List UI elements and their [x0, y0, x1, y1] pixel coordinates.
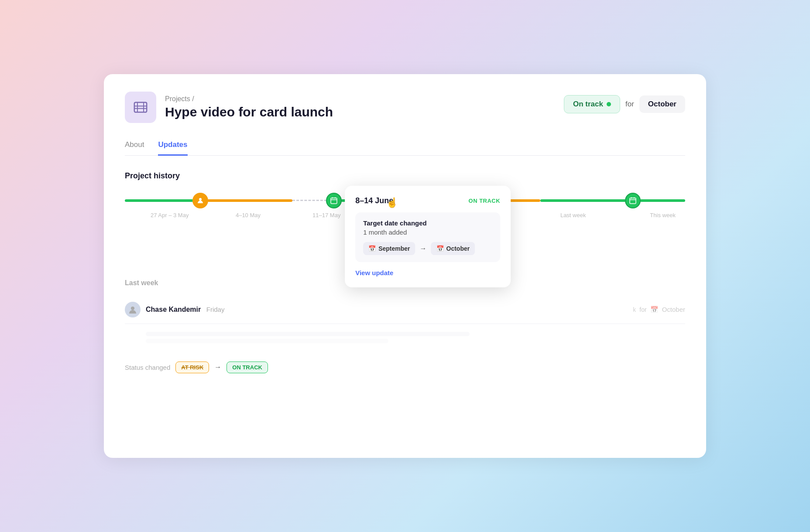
change-arrow: →: [420, 245, 427, 252]
change-subtitle: 1 month added: [363, 228, 492, 236]
timeline-seg-2: [207, 199, 293, 202]
status-change-row: Status changed AT RISK → ON TRACK: [125, 355, 685, 380]
tooltip-popup: 8–14 June ON TRACK Target date changed 1…: [345, 186, 511, 287]
timeline-seg-1: [125, 199, 193, 202]
update-user-info: Chase Kandemir Friday: [146, 306, 224, 314]
view-update-link[interactable]: View update: [355, 269, 393, 276]
tl-label-3: 11–17 May: [312, 212, 340, 218]
right-status-text: k: [633, 306, 636, 313]
update-item-chase: Chase Kandemir Friday k for 📅 October: [125, 296, 685, 324]
project-title: Hype video for card launch: [165, 105, 333, 119]
tooltip-status: ON TRACK: [469, 198, 501, 204]
main-card: Projects / Hype video for card launch On…: [104, 74, 706, 458]
avatar-chase: [125, 302, 141, 317]
tooltip-date: 8–14 June: [355, 196, 393, 205]
tabs-container: About Updates: [125, 140, 685, 156]
timeline-seg-6: [640, 199, 685, 202]
on-track-badge: ON TRACK: [227, 361, 268, 373]
svg-rect-3: [630, 198, 636, 204]
timeline-node-person[interactable]: [192, 193, 208, 208]
breadcrumb: Projects /: [165, 95, 333, 103]
header-left: Projects / Hype video for card launch: [125, 92, 333, 123]
month-badge: October: [639, 95, 685, 113]
header-text: Projects / Hype video for card launch: [165, 95, 333, 119]
update-name: Chase Kandemir: [146, 306, 201, 313]
update-row-right: k for 📅 October: [633, 306, 685, 314]
tooltip-header: 8–14 June ON TRACK: [355, 196, 500, 205]
tooltip-change-card: Target date changed 1 month added 📅 Sept…: [355, 212, 500, 262]
tab-about[interactable]: About: [125, 140, 144, 156]
right-month: October: [662, 306, 685, 313]
to-date-pill: 📅 October: [431, 242, 475, 255]
right-for-label: for: [639, 306, 646, 313]
update-time: Friday: [206, 306, 225, 313]
at-risk-badge: AT RISK: [175, 361, 209, 373]
tab-updates[interactable]: Updates: [158, 140, 187, 156]
date-change: 📅 September → 📅 October: [363, 242, 492, 255]
timeline-node-calendar-end[interactable]: [625, 193, 641, 208]
timeline-wrapper: 27 Apr – 3 May 4–10 May 11–17 May Last w…: [125, 193, 685, 235]
timeline-seg-dashed: [292, 200, 326, 201]
right-cal-icon: 📅: [650, 306, 659, 314]
project-icon: [125, 92, 156, 123]
svg-rect-0: [134, 102, 147, 113]
to-cal-icon: 📅: [436, 245, 444, 252]
status-dot: [607, 102, 611, 106]
timeline-node-calendar[interactable]: [326, 193, 342, 208]
svg-rect-2: [331, 198, 337, 204]
for-label: for: [625, 100, 634, 109]
blurred-content: [125, 324, 685, 355]
from-cal-icon: 📅: [368, 245, 376, 252]
last-week-section: Last week Chase Kandemir Friday k for 📅 …: [125, 279, 685, 380]
svg-point-1: [199, 198, 202, 201]
tl-label-this-week: This week: [650, 212, 676, 218]
tl-label-2: 4–10 May: [236, 212, 261, 218]
tl-label-1: 27 Apr – 3 May: [151, 212, 189, 218]
section-title: Project history: [125, 171, 685, 181]
from-date-pill: 📅 September: [363, 242, 415, 255]
svg-point-4: [131, 307, 134, 310]
status-badge: On track: [564, 95, 620, 113]
header: Projects / Hype video for card launch On…: [125, 92, 685, 123]
timeline-seg-5: [540, 199, 626, 202]
tl-label-last-week: Last week: [560, 212, 586, 218]
status-change-arrow: →: [214, 363, 221, 371]
status-change-label: Status changed: [125, 364, 170, 371]
change-title: Target date changed: [363, 219, 492, 227]
header-right: On track for October: [564, 95, 685, 113]
